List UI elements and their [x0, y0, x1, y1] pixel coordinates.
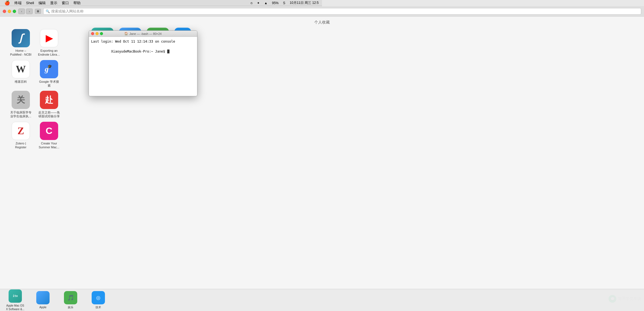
zhao-icon-char: 赴	[45, 94, 53, 106]
bookmark-google-scholar[interactable]: g 🎓 Google 学术搜索	[37, 60, 61, 88]
traffic-lights	[3, 10, 16, 13]
address-bar[interactable]: 🔍 搜索或输入网站名称	[43, 8, 322, 15]
bluetooth-icon[interactable]: ✦	[256, 1, 261, 5]
terminal-window: 🏠 Jane — -bash — 80×24 Last login: Wed O…	[89, 30, 197, 96]
terminal-cursor	[167, 50, 169, 53]
battery-indicator: ▲	[263, 1, 269, 5]
minimize-button[interactable]	[8, 10, 11, 13]
guan-icon-char: 关	[17, 94, 25, 106]
menubar: 🍎 终端 Shell 编辑 显示 窗口 帮助 ⎋ ✦ ▲ 95% S 10月11…	[0, 0, 322, 6]
menu-edit[interactable]: 编辑	[36, 1, 48, 6]
favorites-title: 个人收藏	[0, 17, 322, 27]
zotero-icon-char: Z	[17, 125, 24, 137]
wikipedia-icon-char: W	[16, 63, 26, 75]
menu-help[interactable]: 帮助	[71, 1, 83, 6]
sidebar-toggle-button[interactable]: ⊞	[35, 9, 41, 14]
bookmark-zhao[interactable]: 赴 赴京之前——免研面试经验分享	[37, 91, 61, 118]
wifi-icon[interactable]: ▲	[264, 1, 267, 5]
bookmark-guan[interactable]: 关 关于临床医学专业学生临床执…	[8, 91, 33, 118]
input-method-icon[interactable]: S	[282, 1, 286, 5]
search-icon: 🔍	[46, 9, 50, 13]
terminal-title: 🏠 Jane — -bash — 80×24	[124, 32, 162, 35]
datetime: 10月11日 周三 12:5	[288, 1, 320, 5]
nav-buttons: ‹ ›	[18, 9, 33, 14]
zhao-label: 赴京之前——免研面试经验分享	[38, 110, 60, 118]
menu-shell[interactable]: Shell	[24, 1, 36, 5]
back-button[interactable]: ‹	[18, 9, 25, 14]
battery-percent: 95%	[271, 1, 280, 5]
browser-content: 个人收藏 ʃ Home –PubMed - NCBI ▶ Exporting a…	[0, 17, 322, 156]
terminal-minimize-button[interactable]	[96, 32, 99, 35]
terminal-traffic-lights	[91, 32, 103, 35]
terminal-title-text: Jane — -bash — 80×24	[129, 32, 162, 35]
menubar-right: ⎋ ✦ ▲ 95% S 10月11日 周三 12:5	[249, 1, 320, 5]
terminal-fullscreen-button[interactable]	[100, 32, 103, 35]
menu-window[interactable]: 窗口	[60, 1, 71, 6]
google-scholar-label: Google 学术搜索	[39, 80, 59, 88]
wikipedia-label: 维基百科	[15, 80, 27, 84]
bookmark-youtube[interactable]: ▶ Exporting anEndnote Libra…	[37, 29, 61, 57]
terminal-body[interactable]: Last login: Wed Oct 11 12:14:33 on conso…	[89, 37, 197, 96]
browser-window: ‹ › ⊞ 🔍 搜索或输入网站名称 个人收藏 ʃ Home –PubMed - …	[0, 6, 322, 156]
create-icon-char: C	[46, 125, 53, 136]
screen-cast-icon[interactable]: ⎋	[249, 1, 254, 5]
address-placeholder: 搜索或输入网站名称	[51, 9, 84, 14]
close-button[interactable]	[3, 10, 6, 13]
youtube-label: Exporting anEndnote Libra…	[38, 49, 60, 57]
apple-menu[interactable]: 🍎	[2, 0, 12, 6]
terminal-home-icon: 🏠	[124, 32, 128, 35]
menu-terminal[interactable]: 终端	[12, 1, 24, 6]
forward-button[interactable]: ›	[26, 9, 33, 14]
zotero-label: Zotero |Register	[15, 141, 27, 149]
fullscreen-button[interactable]	[13, 10, 16, 13]
pubmed-icon-char: ʃ	[19, 32, 22, 44]
create-label: Create YourSummer Mac...	[39, 141, 60, 149]
bookmark-wikipedia[interactable]: W 维基百科	[8, 60, 33, 88]
menu-display[interactable]: 显示	[48, 1, 60, 6]
terminal-titlebar: 🏠 Jane — -bash — 80×24	[89, 31, 197, 37]
guan-label: 关于临床医学专业学生临床执…	[10, 110, 32, 118]
terminal-line-2: XiaoyudeMacBook-Pro:~ Jane$	[91, 44, 195, 59]
terminal-line-1: Last login: Wed Oct 11 12:14:33 on conso…	[91, 39, 195, 44]
pubmed-label: Home –PubMed - NCBI	[10, 49, 31, 57]
bookmark-pubmed[interactable]: ʃ Home –PubMed - NCBI	[8, 29, 33, 57]
terminal-close-button[interactable]	[91, 32, 94, 35]
bookmark-zotero[interactable]: Z Zotero |Register	[8, 122, 33, 149]
bookmark-create[interactable]: C Create YourSummer Mac...	[37, 122, 61, 149]
browser-toolbar: ‹ › ⊞ 🔍 搜索或输入网站名称	[0, 6, 322, 17]
youtube-icon-char: ▶	[46, 33, 53, 43]
